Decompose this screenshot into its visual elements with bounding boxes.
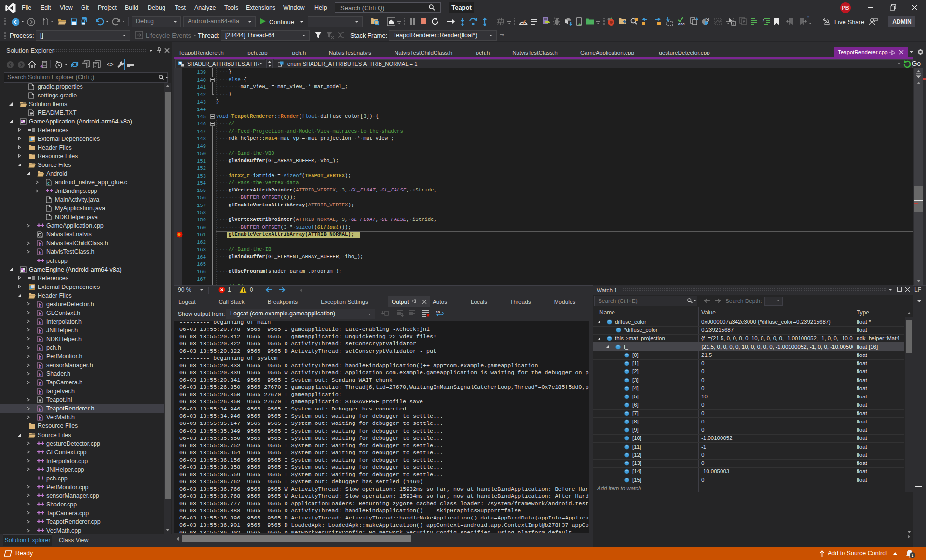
svg-text:h: h (39, 416, 41, 421)
svg-text:h: h (39, 250, 41, 255)
svg-text:h: h (39, 302, 41, 307)
svg-text:h: h (39, 390, 41, 395)
svg-text:c: c (47, 181, 50, 186)
svg-text:h: h (39, 311, 41, 316)
svg-text:h: h (39, 381, 41, 386)
svg-text:h: h (39, 346, 41, 351)
svg-text:abc: abc (678, 22, 685, 26)
svg-text:2: 2 (762, 19, 764, 24)
svg-text:h: h (39, 364, 41, 369)
svg-text:h: h (39, 320, 41, 325)
svg-text:h: h (39, 242, 41, 246)
svg-text:h: h (39, 355, 41, 360)
svg-text:h: h (39, 328, 41, 333)
svg-text:h: h (39, 337, 41, 342)
svg-text:ab: ab (436, 310, 440, 314)
svg-text:h: h (39, 372, 41, 377)
svg-text:h: h (39, 407, 41, 412)
